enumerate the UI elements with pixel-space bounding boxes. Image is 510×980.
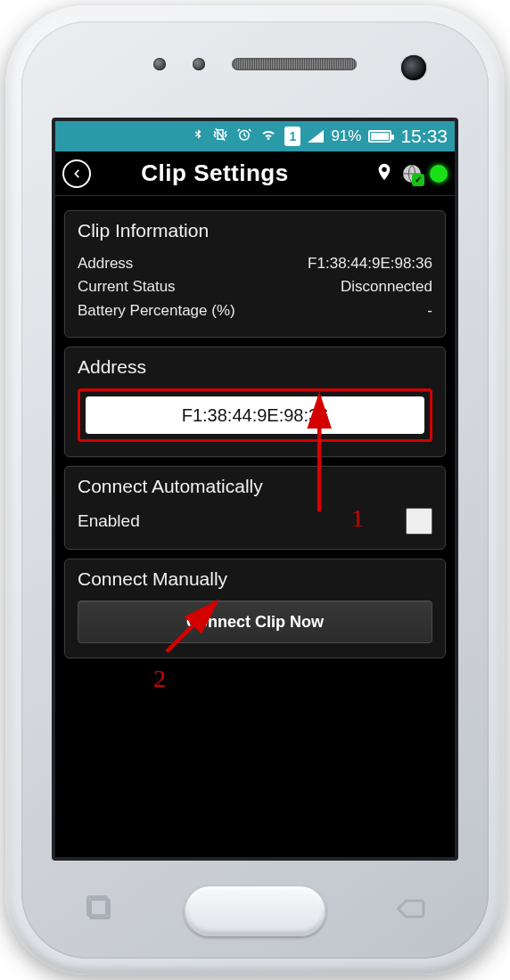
bluetooth-icon — [192, 127, 204, 147]
location-pin-icon[interactable] — [374, 162, 394, 185]
battery-percent: 91% — [331, 127, 361, 145]
earpiece-row — [36, 36, 474, 93]
phone-frame: 1 91% 15:33 Clip Settings — [5, 5, 505, 975]
info-row-address: Address F1:38:44:9E:98:36 — [78, 252, 432, 275]
enabled-row: Enabled — [78, 508, 432, 535]
connection-led-icon — [430, 165, 448, 183]
phone-inner: 1 91% 15:33 Clip Settings — [21, 21, 489, 959]
info-value: - — [427, 299, 432, 323]
info-label: Address — [78, 252, 133, 275]
light-sensor-icon — [193, 58, 205, 70]
page-title: Clip Settings — [62, 159, 367, 187]
screen: 1 91% 15:33 Clip Settings — [52, 118, 458, 861]
address-card: Address F1:38:44:9E:98:36 — [64, 347, 446, 457]
info-row-status: Current Status Disconnected — [78, 275, 432, 298]
manual-connect-title: Connect Manually — [78, 568, 432, 590]
manual-connect-card: Connect Manually Connect Clip Now — [64, 559, 446, 658]
info-row-battery: Battery Percentage (%) - — [78, 299, 432, 323]
vibrate-icon — [211, 127, 229, 147]
status-bar: 1 91% 15:33 — [55, 121, 455, 151]
wifi-icon — [259, 127, 277, 147]
enabled-checkbox[interactable] — [406, 508, 432, 535]
info-value: Disconnected — [341, 275, 432, 298]
battery-icon — [368, 130, 391, 143]
signal-icon — [308, 130, 324, 143]
sim-slot-badge: 1 — [284, 127, 300, 146]
enabled-label: Enabled — [78, 511, 140, 531]
earpiece-speaker-icon — [232, 58, 357, 70]
connect-clip-now-button[interactable]: Connect Clip Now — [78, 600, 432, 643]
recents-button[interactable] — [84, 893, 116, 928]
front-camera-icon — [401, 55, 426, 80]
content-area: Clip Information Address F1:38:44:9E:98:… — [55, 196, 455, 658]
info-label: Battery Percentage (%) — [78, 299, 235, 323]
app-bar: Clip Settings ✓ — [55, 151, 455, 196]
hardware-buttons — [21, 875, 489, 946]
hardware-back-button[interactable] — [394, 893, 426, 928]
address-field-highlight: F1:38:44:9E:98:36 — [78, 388, 432, 442]
annotation-2: 2 — [153, 665, 166, 693]
home-button[interactable] — [184, 885, 326, 936]
proximity-sensor-icon — [153, 58, 166, 70]
address-input[interactable]: F1:38:44:9E:98:36 — [86, 396, 424, 434]
alarm-icon — [236, 127, 252, 147]
auto-connect-card: Connect Automatically Enabled — [64, 466, 446, 550]
status-icons: 1 — [192, 127, 324, 147]
auto-connect-title: Connect Automatically — [78, 476, 432, 497]
clip-information-card: Clip Information Address F1:38:44:9E:98:… — [64, 210, 446, 338]
check-icon: ✓ — [412, 174, 424, 186]
globe-status-icon[interactable]: ✓ — [401, 163, 423, 184]
info-label: Current Status — [78, 275, 176, 298]
clip-info-title: Clip Information — [78, 220, 432, 241]
info-value: F1:38:44:9E:98:36 — [308, 252, 432, 275]
clock: 15:33 — [400, 126, 448, 147]
address-title: Address — [78, 356, 432, 378]
